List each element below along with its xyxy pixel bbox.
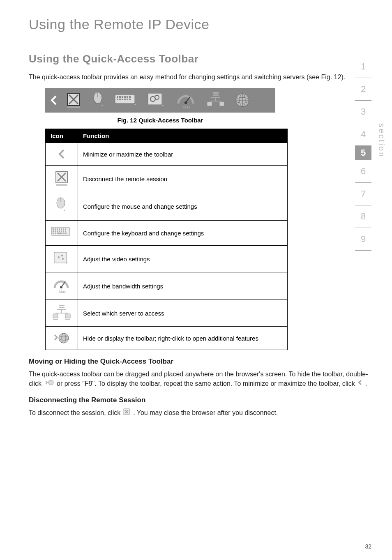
svg-rect-58 xyxy=(59,230,60,232)
figure-caption: Fig. 12 Quick-Access Toolbar xyxy=(45,117,275,124)
disconnect-text-part1: To disconnect the session, click xyxy=(29,409,122,416)
svg-rect-59 xyxy=(61,230,62,232)
page-number: 32 xyxy=(365,543,371,550)
svg-rect-57 xyxy=(57,230,58,232)
table-header-function: Function xyxy=(78,129,288,143)
svg-rect-8 xyxy=(117,96,118,98)
nav-item-4[interactable]: 4 xyxy=(355,123,371,146)
svg-rect-12 xyxy=(127,96,128,98)
svg-rect-55 xyxy=(53,230,54,232)
nav-item-3[interactable]: 3 xyxy=(355,101,371,123)
disconnect-icon xyxy=(46,166,78,192)
svg-point-85 xyxy=(48,380,53,385)
server-select-icon xyxy=(205,91,226,109)
moving-text: The quick-access toolbar can be dragged … xyxy=(29,370,371,388)
table-cell-function: Select which server to access xyxy=(78,300,288,327)
svg-rect-17 xyxy=(124,99,126,100)
globe-hide-icon xyxy=(46,327,78,350)
intro-text: The quick-access toolbar provides an eas… xyxy=(29,73,371,82)
table-cell-function: Disconnect the remote session xyxy=(78,166,288,192)
svg-rect-49 xyxy=(55,228,56,230)
svg-rect-28 xyxy=(213,92,219,94)
svg-text:˅: ˅ xyxy=(69,235,71,240)
chevron-left-icon xyxy=(50,94,58,106)
svg-rect-73 xyxy=(59,305,65,306)
svg-point-71 xyxy=(60,286,62,288)
table-row: ˅ Configure the keyboard and change sett… xyxy=(46,221,288,246)
nav-item-6[interactable]: 6 xyxy=(355,160,371,183)
disconnect-icon xyxy=(66,92,83,109)
title-divider xyxy=(29,36,371,36)
globe-icon xyxy=(234,92,251,108)
svg-rect-3 xyxy=(67,106,80,108)
svg-text:˅: ˅ xyxy=(66,262,68,267)
svg-rect-78 xyxy=(53,314,58,318)
table-cell-function: Configure the mouse and change settings xyxy=(78,192,288,221)
table-cell-function: Adjust the bandwidth settings xyxy=(78,272,288,300)
svg-text:˅: ˅ xyxy=(101,104,104,109)
video-settings-icon: ˅ xyxy=(46,246,78,272)
table-cell-function: Adjust the video settings xyxy=(78,246,288,272)
nav-item-2[interactable]: 2 xyxy=(355,78,371,101)
svg-rect-80 xyxy=(53,319,58,320)
disconnect-icon xyxy=(123,408,131,418)
svg-rect-53 xyxy=(63,228,64,230)
icon-function-table: Icon Function Minimize or maximize the t… xyxy=(45,129,288,350)
nav-item-8[interactable]: 8 xyxy=(355,205,371,228)
svg-rect-51 xyxy=(59,228,60,230)
minimize-icon xyxy=(46,143,78,166)
svg-rect-81 xyxy=(65,319,70,320)
nav-item-1[interactable]: 1 xyxy=(355,55,371,78)
video-settings-icon: ˅ xyxy=(147,91,166,110)
mouse-icon: ˅ xyxy=(46,192,78,221)
svg-rect-62 xyxy=(53,233,54,234)
nav-item-7[interactable]: 7 xyxy=(355,183,371,205)
svg-rect-66 xyxy=(65,233,67,234)
svg-rect-61 xyxy=(65,230,66,232)
svg-rect-14 xyxy=(117,99,118,100)
table-row: Hide or display the toolbar; right-click… xyxy=(46,327,288,350)
svg-rect-48 xyxy=(53,228,54,230)
svg-point-82 xyxy=(59,333,69,343)
nav-item-5[interactable]: 5 xyxy=(355,146,371,160)
moving-heading: Moving or Hiding the Quick-Access Toolba… xyxy=(29,357,371,366)
svg-rect-34 xyxy=(219,102,224,106)
svg-rect-10 xyxy=(122,96,123,98)
section-label: section xyxy=(377,123,386,158)
svg-rect-65 xyxy=(63,233,65,234)
table-cell-function: Minimize or maximize the toolbar xyxy=(78,143,288,166)
table-cell-function: Configure the keyboard and change settin… xyxy=(78,221,288,246)
disconnect-heading: Disconnecting the Remote Session xyxy=(29,396,371,404)
svg-rect-15 xyxy=(119,99,121,100)
svg-rect-13 xyxy=(129,96,131,98)
table-row: ˅ Configure the mouse and change setting… xyxy=(46,192,288,221)
svg-rect-11 xyxy=(124,96,126,98)
table-cell-function: Hide or display the toolbar; right-click… xyxy=(78,327,288,350)
table-row: Max Adjust the bandwidth settings xyxy=(46,272,288,300)
svg-rect-60 xyxy=(63,230,64,232)
moving-text-part2: or press "F9". To display the toolbar, r… xyxy=(57,380,357,387)
table-row: Minimize or maximize the toolbar xyxy=(46,143,288,166)
svg-rect-68 xyxy=(54,252,67,263)
quick-access-toolbar-image: ˅ ˅ ˅ Max xyxy=(45,88,275,113)
disconnect-text: To disconnect the session, click . You m… xyxy=(29,408,371,418)
table-row: Disconnect the remote session xyxy=(46,166,288,192)
server-select-icon xyxy=(46,300,78,327)
svg-rect-52 xyxy=(61,228,62,230)
page-title: Using the Remote IP Device xyxy=(29,16,371,32)
table-row: Select which server to access xyxy=(46,300,288,327)
svg-rect-50 xyxy=(57,228,58,230)
svg-rect-54 xyxy=(65,228,66,230)
svg-text:˅: ˅ xyxy=(162,105,164,110)
svg-text:Max: Max xyxy=(59,290,66,294)
svg-rect-47 xyxy=(51,227,69,235)
svg-text:˅: ˅ xyxy=(134,104,136,108)
toolbar-figure: ˅ ˅ ˅ Max xyxy=(45,88,371,113)
svg-rect-9 xyxy=(119,96,121,98)
mouse-icon: ˅ xyxy=(91,91,106,109)
svg-rect-19 xyxy=(129,99,131,100)
nav-item-9[interactable]: 9 xyxy=(355,228,371,251)
bandwidth-icon: Max xyxy=(174,91,197,109)
svg-rect-74 xyxy=(59,307,65,308)
svg-rect-63 xyxy=(55,233,56,234)
